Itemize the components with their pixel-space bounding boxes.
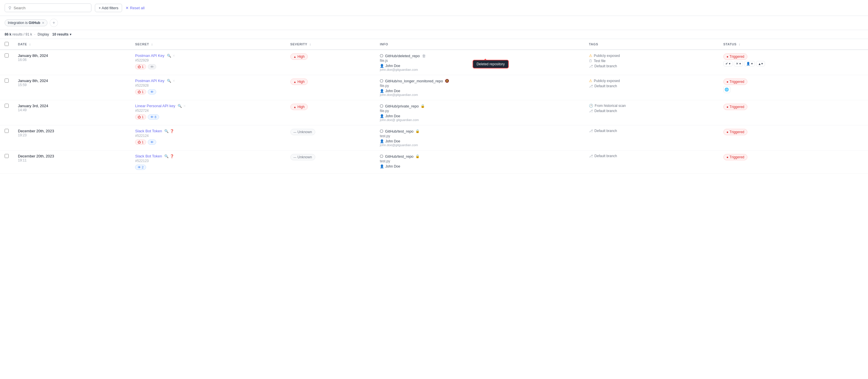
display-select[interactable]: Display 10 results ▾ — [38, 32, 71, 36]
tag-item: ⚠Publicly exposed — [589, 54, 714, 58]
table-row: January 3rd, 2024 14:49 Linear Personal … — [0, 100, 868, 125]
table-row: December 20th, 2023 19:11 Slack Bot Toke… — [0, 150, 868, 174]
sort-severity-icon: ↕ — [309, 42, 311, 46]
status-cell: ● Triggered ✔ ▾ ✕ ▾ 👤 ▾ ▲ ▾ — [719, 50, 868, 75]
info-cell: ⎔ GitHub/test_repo 🔒 test.py 👤 John Doe — [375, 150, 584, 174]
date-main: December 20th, 2023 — [18, 129, 126, 133]
lock-icon: 🔒 — [415, 154, 420, 158]
user-icon: 👤 — [380, 164, 384, 168]
secret-cell: Linear Personal API key 🔍 ✕ #522724 ⏻ 1👁… — [130, 100, 285, 125]
github-icon: ⎔ — [380, 54, 383, 58]
filter-tag-github: Integration is GitHub × — [5, 20, 48, 26]
tags-cell: ⎇Default branch — [584, 150, 719, 174]
question-icon[interactable]: ❓ — [170, 129, 174, 133]
info-user: 👤 John Doe — [380, 139, 580, 143]
dismiss-secret-icon[interactable]: ✕ — [173, 54, 175, 58]
row-checkbox[interactable] — [5, 129, 9, 133]
top-bar: ⚲ + Add filters ✕ Reset all — [0, 0, 868, 16]
col-header-severity[interactable]: SEVERITY ↕ — [286, 39, 375, 50]
status-badge: ● Triggered — [723, 78, 748, 85]
severity-badge: ▲ High — [290, 54, 308, 60]
search-secret-icon[interactable]: 🔍 — [167, 79, 171, 83]
search-secret-icon[interactable]: 🔍 — [178, 104, 182, 108]
repo-link[interactable]: GitHub/no_longer_monitored_repo — [385, 79, 443, 83]
secret-badge: 👁 — [148, 89, 156, 95]
status-cell: ● Triggered 🌐 — [719, 75, 868, 100]
status-chevron-button[interactable]: ▲ ▾ — [756, 61, 765, 66]
repo-link[interactable]: GitHub/test_repo — [385, 129, 413, 134]
status-person-button[interactable]: 👤 ▾ — [744, 61, 755, 66]
filter-remove-button[interactable]: × — [42, 21, 44, 25]
repo-link[interactable]: GitHub/private_repo — [385, 104, 418, 108]
col-header-status[interactable]: STATUS ↕ — [719, 39, 868, 50]
status-check-button[interactable]: ✔ ▾ — [723, 61, 733, 66]
info-cell: ⎔ GitHub/deleted_repo 🗑 Deleted reposito… — [375, 50, 584, 75]
dismiss-secret-icon[interactable]: ✕ — [173, 79, 175, 83]
severity-badge: ▲ High — [290, 78, 308, 85]
search-secret-icon[interactable]: 🔍 — [164, 129, 168, 133]
github-icon: ⎔ — [380, 154, 383, 159]
secret-name-link[interactable]: Postman API Key — [135, 78, 164, 83]
table-header-row: DATE ↕ SECRET ↕ SEVERITY ↕ INFO TAGS STA… — [0, 39, 868, 50]
info-repo: ⎔ GitHub/test_repo 🔒 — [380, 129, 580, 134]
search-secret-icon[interactable]: 🔍 — [164, 154, 168, 158]
info-email: john.doe@gitguardian.com — [380, 143, 580, 147]
status-x-button[interactable]: ✕ ▾ — [734, 61, 743, 66]
globe-button[interactable]: 🌐 — [723, 86, 730, 93]
sort-status-icon: ↕ — [739, 42, 740, 46]
repo-link[interactable]: GitHub/deleted_repo — [385, 54, 420, 58]
secret-name-link[interactable]: Slack Bot Token — [135, 129, 162, 133]
col-header-date[interactable]: DATE ↕ — [13, 39, 130, 50]
info-cell: ⎔ GitHub/test_repo 🔒 test.py 👤 John Doe … — [375, 125, 584, 150]
info-cell: ⎔ GitHub/no_longer_monitored_repo 🔕 file… — [375, 75, 584, 100]
secret-id: #522724 — [135, 109, 281, 113]
repo-link[interactable]: GitHub/test_repo — [385, 154, 413, 159]
date-time: 19:23 — [18, 133, 126, 137]
reset-all-button[interactable]: ✕ Reset all — [126, 6, 145, 10]
question-icon[interactable]: ❓ — [170, 154, 174, 158]
info-email: john.doe@gitguardian.com — [380, 93, 580, 97]
add-filter-button[interactable]: + — [50, 19, 58, 27]
secret-cell: Postman API Key 🔍 ✕ #522928 ⏻ 1👁 — [130, 75, 285, 100]
secret-badge: ⏻ 1 — [135, 89, 146, 95]
status-badge: ● Triggered — [723, 154, 748, 160]
row-checkbox[interactable] — [5, 104, 9, 108]
info-repo: ⎔ GitHub/deleted_repo 🗑 Deleted reposito… — [380, 54, 580, 58]
select-all-checkbox[interactable] — [5, 42, 9, 46]
secret-badge: ⏻ 1 — [135, 64, 146, 69]
secret-name-link[interactable]: Linear Personal API key — [135, 104, 175, 108]
tag-item: ⎇Default branch — [589, 84, 714, 88]
row-checkbox[interactable] — [5, 54, 9, 58]
search-box: ⚲ — [5, 3, 91, 12]
secret-badge: 👁 2 — [135, 165, 146, 170]
status-cell: ● Triggered — [719, 100, 868, 125]
user-icon: 👤 — [380, 114, 384, 118]
results-count: 86 k results / 91 k — [5, 32, 32, 36]
row-checkbox-cell — [0, 75, 13, 100]
date-time: 16:06 — [18, 58, 126, 62]
secret-id: #522928 — [135, 83, 281, 88]
search-input[interactable] — [13, 6, 88, 10]
dismiss-secret-icon[interactable]: ✕ — [183, 104, 186, 108]
info-file: file.py — [380, 84, 580, 88]
severity-badge: — Unknown — [290, 154, 315, 160]
tag-item: ⎇Default branch — [589, 64, 714, 68]
tags-cell: ⎇Default branch — [584, 125, 719, 150]
col-header-secret[interactable]: SECRET ↕ — [130, 39, 285, 50]
search-secret-icon[interactable]: 🔍 — [167, 54, 171, 58]
user-icon: 👤 — [380, 64, 384, 68]
github-icon: ⎔ — [380, 129, 383, 134]
row-checkbox[interactable] — [5, 78, 9, 82]
info-file: test.py — [380, 134, 580, 138]
date-cell: January 8th, 2024 16:06 — [13, 50, 130, 75]
row-checkbox[interactable] — [5, 154, 9, 158]
user-icon: 👤 — [380, 139, 384, 143]
sort-date-icon: ↕ — [29, 42, 31, 46]
date-time: 15:59 — [18, 83, 126, 87]
secret-cell: Slack Bot Token 🔍 ❓ #522123 👁 2 — [130, 150, 285, 174]
add-filters-button[interactable]: + Add filters — [95, 4, 122, 12]
trash-icon[interactable]: 🗑 — [422, 54, 426, 58]
secret-name-link[interactable]: Postman API Key — [135, 54, 164, 58]
date-main: December 20th, 2023 — [18, 154, 126, 158]
secret-name-link[interactable]: Slack Bot Token — [135, 154, 162, 158]
